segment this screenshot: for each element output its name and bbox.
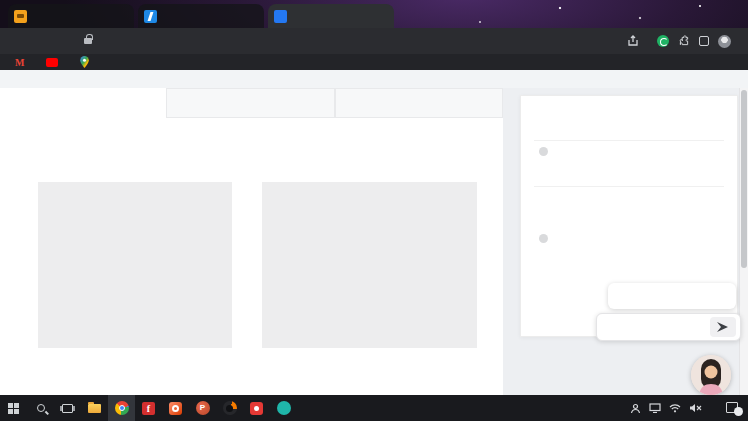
browser-tab-easyeda[interactable]	[138, 4, 264, 28]
folder-icon	[88, 404, 101, 413]
scrollbar-thumb[interactable]	[741, 90, 747, 268]
extensions-puzzle-icon[interactable]	[678, 35, 690, 47]
bookmark-maps[interactable]	[73, 56, 100, 68]
search-icon	[37, 404, 45, 412]
dark-circle-app-button[interactable]	[216, 395, 243, 421]
browser-tab-instructables[interactable]	[8, 4, 134, 28]
powerpoint-button[interactable]: P	[189, 395, 216, 421]
chrome-button[interactable]	[108, 395, 135, 421]
close-button[interactable]	[717, 0, 746, 26]
maps-pin-icon	[80, 56, 89, 68]
youtube-icon	[46, 58, 58, 67]
info-icon[interactable]	[539, 234, 548, 243]
red-f-app-button[interactable]: f	[135, 395, 162, 421]
pcb-top-render	[60, 190, 210, 340]
lock-icon[interactable]	[84, 38, 92, 44]
profile-avatar[interactable]	[718, 35, 731, 48]
red-square-app-button[interactable]	[243, 395, 270, 421]
office-icon	[169, 402, 182, 415]
send-button[interactable]	[710, 317, 736, 337]
task-view-icon	[62, 404, 73, 413]
chrome-icon	[115, 401, 129, 415]
selected-radio-icon[interactable]	[544, 166, 553, 175]
taskbar-search-button[interactable]	[27, 395, 54, 421]
divider	[534, 140, 724, 141]
quote-panel	[0, 88, 503, 395]
support-agent-avatar[interactable]	[691, 355, 731, 395]
speaker-muted-icon[interactable]	[689, 403, 702, 413]
save-to-cart-button[interactable]	[533, 257, 725, 286]
pcb-bottom-render	[299, 190, 441, 332]
page-top-strip	[0, 70, 748, 88]
tab-smt-stencil[interactable]	[166, 88, 334, 118]
tab-search-icon[interactable]	[630, 0, 659, 26]
bookmarks-bar: M	[0, 54, 748, 70]
send-icon	[717, 322, 729, 332]
window-controls	[630, 0, 746, 26]
share-icon[interactable]	[627, 35, 639, 47]
dark-circle-icon	[223, 401, 237, 415]
maximize-button[interactable]	[688, 0, 717, 26]
browser-tab-strip	[0, 0, 748, 28]
quote-tabs	[0, 88, 503, 118]
divider	[534, 186, 724, 187]
side-panel-icon[interactable]	[699, 36, 709, 46]
teal-infinity-icon	[277, 401, 291, 415]
minimize-button[interactable]	[659, 0, 688, 26]
page-scrollbar[interactable]	[739, 88, 748, 395]
office-button[interactable]	[162, 395, 189, 421]
start-button[interactable]	[0, 395, 27, 421]
tab-3d-printing[interactable]	[335, 88, 503, 118]
pcb-preview-top	[38, 182, 232, 348]
gmail-icon: M	[15, 57, 24, 68]
f-app-icon: f	[142, 402, 155, 415]
teal-app-button[interactable]	[270, 395, 297, 421]
page-content	[0, 70, 748, 395]
chat-input-container	[596, 313, 741, 341]
notification-badge	[734, 407, 743, 416]
windows-taskbar: f P	[0, 395, 748, 421]
person-tray-icon[interactable]	[630, 403, 641, 414]
browser-tab-jlcpcb[interactable]	[268, 4, 394, 28]
windows-logo-icon	[8, 403, 19, 414]
pcb-preview-bottom	[262, 182, 477, 348]
agent-photo	[691, 355, 731, 395]
green-extension-icon[interactable]	[657, 35, 669, 47]
bookmark-gmail[interactable]: M	[8, 57, 35, 68]
network-wifi-icon[interactable]	[669, 403, 681, 413]
chat-greeting-bubble	[608, 283, 736, 309]
chat-message-input[interactable]	[605, 322, 705, 332]
easyeda-favicon	[144, 10, 157, 23]
toolbar-actions	[627, 35, 748, 48]
new-tab-button[interactable]	[398, 6, 418, 26]
jlcpcb-favicon	[274, 10, 287, 23]
bookmark-youtube[interactable]	[39, 58, 69, 67]
task-view-button[interactable]	[54, 395, 81, 421]
display-tray-icon[interactable]	[649, 403, 661, 413]
browser-toolbar	[0, 28, 748, 54]
system-tray	[622, 401, 748, 415]
instructables-favicon	[14, 10, 27, 23]
tab-pcb[interactable]	[0, 88, 166, 118]
red-dot-icon	[250, 402, 263, 415]
action-center-button[interactable]	[726, 401, 742, 415]
info-icon[interactable]	[539, 147, 548, 156]
file-explorer-button[interactable]	[81, 395, 108, 421]
powerpoint-icon: P	[196, 401, 210, 415]
